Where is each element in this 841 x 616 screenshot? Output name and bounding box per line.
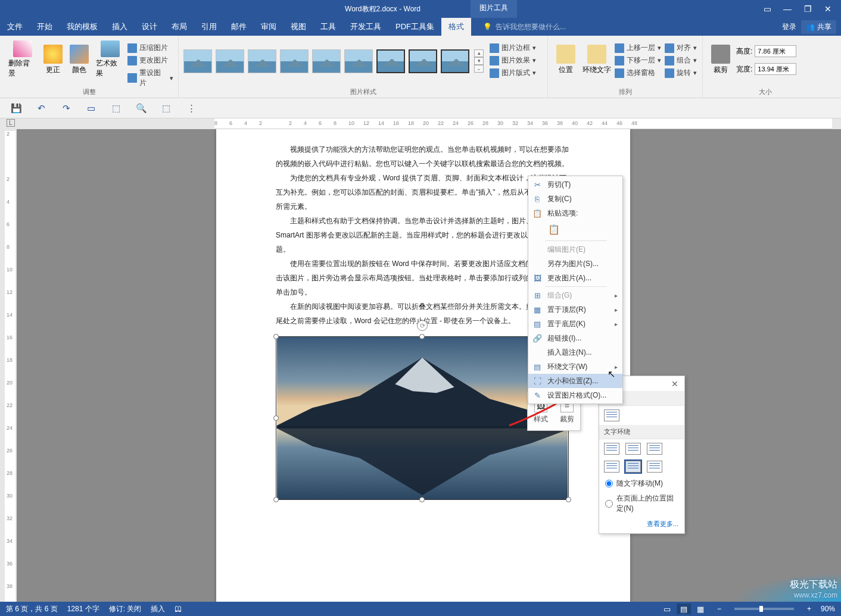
picture-styles-gallery[interactable]: ▴▾⌄ [183,45,484,73]
menu-templates[interactable]: 我的模板 [60,18,105,36]
page-indicator[interactable]: 第 6 页，共 6 页 [6,604,58,614]
see-more-link[interactable]: 查看更多... [599,516,684,533]
login-link[interactable]: 登录 [782,22,796,32]
layout-wrap-option[interactable] [625,443,641,455]
qat-btn[interactable]: 🔍 [136,103,147,114]
cm-copy[interactable]: ⎘复制(C) [528,192,622,206]
tell-me-search[interactable]: 💡 告诉我您想要做什么... [483,22,566,32]
redo-icon[interactable]: ↷ [61,103,71,114]
move-with-text-radio[interactable]: 随文字移动(M) [599,476,684,491]
vertical-ruler[interactable]: 22468101214161820222426283032343638 [5,131,15,602]
close-button[interactable]: ✕ [820,2,836,16]
resize-handle-nw[interactable] [273,334,279,339]
style-thumb[interactable] [248,49,276,73]
send-backward-button[interactable]: 下移一层 ▾ [615,54,661,67]
cm-change-picture[interactable]: 🖼更改图片(A)... [528,271,622,285]
reset-picture-button[interactable]: 重设图片 ▾ [127,67,173,89]
cm-insert-caption[interactable]: 插入题注(N)... [528,345,622,359]
align-button[interactable]: 对齐 ▾ [665,42,697,54]
cm-hyperlink[interactable]: 🔗超链接(I)... [528,331,622,345]
read-mode-icon[interactable]: ▭ [660,604,674,614]
language-indicator[interactable]: 🕮 [175,605,182,613]
remove-background-button[interactable]: 删除背景 [5,38,40,81]
undo-icon[interactable]: ↶ [36,103,46,114]
resize-handle-sw[interactable] [273,497,279,502]
menu-layout[interactable]: 布局 [164,18,194,36]
rotate-handle[interactable]: ⟳ [417,320,428,331]
compress-picture-button[interactable]: 压缩图片 [127,42,173,54]
layout-panel-close[interactable]: ✕ [669,379,681,389]
paste-option-button[interactable]: 📋 [546,221,562,237]
picture-layout-button[interactable]: 图片版式 ▾ [490,67,536,79]
cm-size-and-position[interactable]: ⛶大小和位置(Z)... [528,374,622,388]
style-thumb[interactable] [441,49,469,73]
menu-developer[interactable]: 开发工具 [343,18,388,36]
layout-wrap-option[interactable] [604,461,619,473]
style-thumb-selected[interactable] [376,49,405,73]
zoom-slider[interactable] [734,608,794,610]
picture-border-button[interactable]: 图片边框 ▾ [490,42,536,54]
position-button[interactable]: 位置 [553,38,579,81]
restore-button[interactable]: ❐ [799,2,816,16]
cm-save-as-picture[interactable]: 另存为图片(S)... [528,257,622,271]
bring-forward-button[interactable]: 上移一层 ▾ [615,42,661,54]
menu-insert[interactable]: 插入 [105,18,135,36]
menu-design[interactable]: 设计 [135,18,164,36]
qat-btn[interactable]: ⬚ [161,103,172,114]
fix-position-radio[interactable]: 在页面上的位置固定(N) [599,491,684,516]
document-area[interactable]: 视频提供了功能强大的方法帮助您证明您的观点。当您单击联机视频时，可以在想要添加的… [17,129,841,602]
selection-pane-button[interactable]: 选择窗格 [615,67,661,79]
resize-handle-s[interactable] [419,497,425,502]
menu-references[interactable]: 引用 [194,18,224,36]
qat-btn[interactable]: ▭ [86,103,96,114]
revision-status[interactable]: 修订: 关闭 [109,604,142,614]
picture-effects-button[interactable]: 图片效果 ▾ [490,54,536,67]
layout-wrap-option-selected[interactable] [625,461,641,473]
cm-send-to-back[interactable]: ▨置于底层(K)▸ [528,317,622,331]
width-input[interactable] [755,63,796,75]
layout-wrap-option[interactable] [647,461,662,473]
crop-button[interactable]: 裁剪 [708,38,734,81]
menu-mailings[interactable]: 邮件 [224,18,254,36]
horizontal-ruler[interactable]: 8642246810121416182022242628303234363840… [214,118,832,129]
color-button[interactable]: 颜色 [66,38,92,81]
ribbon-options-icon[interactable]: ▭ [759,2,775,16]
save-icon[interactable]: 💾 [11,103,21,114]
corrections-button[interactable]: 更正 [40,38,66,81]
style-thumb[interactable] [216,49,244,73]
cm-format-picture[interactable]: ✎设置图片格式(O)... [528,388,622,402]
resize-handle-w[interactable] [273,415,279,421]
wrap-text-button[interactable]: 环绕文字 [579,38,615,81]
menu-home[interactable]: 开始 [30,18,60,36]
picture-tools-tab[interactable]: 图片工具 [471,0,517,18]
resize-handle-se[interactable] [566,497,571,502]
menu-review[interactable]: 审阅 [254,18,284,36]
share-button[interactable]: 👥 共享 [801,20,836,34]
cm-cut[interactable]: ✂剪切(T) [528,177,622,192]
style-thumb[interactable] [312,49,341,73]
change-picture-button[interactable]: 更改图片 [127,54,173,67]
qat-btn[interactable]: ⬚ [111,103,122,114]
gallery-scroll[interactable]: ▴▾⌄ [474,49,484,73]
menu-format[interactable]: 格式 [441,18,471,36]
insert-mode[interactable]: 插入 [151,604,165,614]
group-button[interactable]: 组合 ▾ [665,54,697,67]
print-layout-icon[interactable]: ▤ [677,604,691,614]
style-thumb[interactable] [183,49,212,73]
zoom-in-button[interactable]: + [807,605,811,613]
layout-wrap-option[interactable] [604,443,619,455]
web-layout-icon[interactable]: ▦ [693,604,708,614]
menu-file[interactable]: 文件 [0,18,30,36]
style-thumb[interactable] [344,49,373,73]
cm-bring-to-front[interactable]: ▦置于顶层(R)▸ [528,302,622,317]
rotate-button[interactable]: 旋转 ▾ [665,67,697,79]
style-thumb[interactable] [280,49,309,73]
minimize-button[interactable]: — [779,2,796,16]
menu-view[interactable]: 视图 [284,18,313,36]
resize-handle-n[interactable] [419,334,425,339]
zoom-out-button[interactable]: − [717,605,721,613]
menu-pdf[interactable]: PDF工具集 [388,18,441,36]
word-count[interactable]: 1281 个字 [67,604,99,614]
layout-inline-option[interactable] [604,409,619,421]
artistic-effects-button[interactable]: 艺术效果 [92,38,127,81]
